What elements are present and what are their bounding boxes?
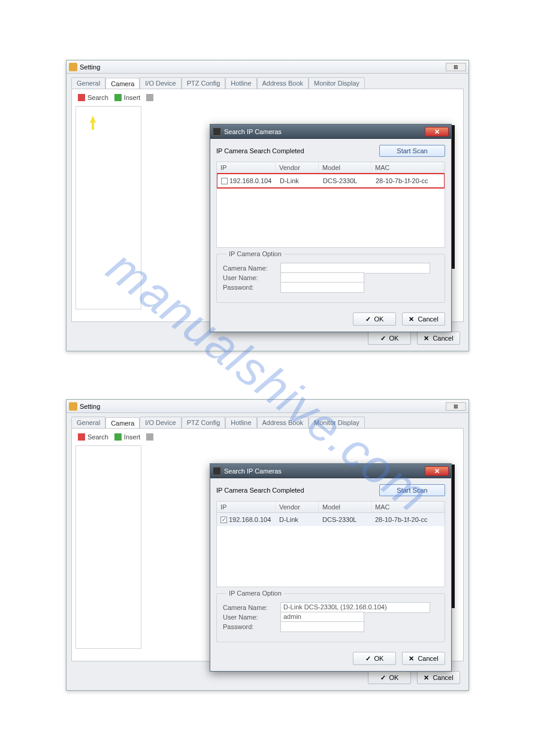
tab-io-device[interactable]: I/O Device bbox=[140, 417, 181, 428]
tab-monitor-display[interactable]: Monitor Display bbox=[309, 417, 365, 428]
col-vendor[interactable]: Vendor bbox=[276, 502, 319, 512]
tab-camera[interactable]: Camera bbox=[105, 417, 140, 429]
dialog-cancel-button[interactable]: ✕Cancel bbox=[402, 652, 445, 665]
insert-button[interactable]: Insert bbox=[114, 94, 141, 101]
row-checkbox[interactable] bbox=[221, 178, 228, 184]
camera-list[interactable] bbox=[75, 106, 141, 309]
dialog-ok-button[interactable]: ✓OK bbox=[353, 652, 396, 665]
tab-io-device[interactable]: I/O Device bbox=[140, 77, 181, 89]
start-scan-button[interactable]: Start Scan bbox=[379, 145, 445, 157]
main-title: Setting bbox=[80, 63, 100, 71]
camera-list[interactable] bbox=[75, 445, 141, 649]
ip-camera-option-group: IP Camera Option Camera Name: User Name:… bbox=[216, 254, 445, 303]
start-scan-button[interactable]: Start Scan bbox=[379, 484, 445, 496]
group-label: IP Camera Option bbox=[226, 250, 284, 257]
main-title: Setting bbox=[80, 403, 100, 410]
main-titlebar[interactable]: Setting ⊠ bbox=[67, 60, 468, 74]
dialog-titlebar[interactable]: Search IP Cameras ✕ bbox=[210, 125, 451, 139]
label-camera-name: Camera Name: bbox=[223, 265, 280, 272]
main-cancel-button[interactable]: ✕Cancel bbox=[417, 332, 460, 345]
col-vendor[interactable]: Vendor bbox=[276, 162, 319, 173]
tab-monitor-display[interactable]: Monitor Display bbox=[309, 77, 365, 89]
insert-icon bbox=[114, 94, 122, 101]
dialog-status: IP Camera Search Completed bbox=[216, 147, 304, 154]
tab-hotline[interactable]: Hotline bbox=[225, 417, 256, 428]
search-ip-cameras-dialog: Search IP Cameras ✕ IP Camera Search Com… bbox=[210, 124, 452, 332]
dialog-ok-button[interactable]: ✓OK bbox=[353, 312, 396, 326]
results-table[interactable]: IP Vendor Model MAC 192.168.0.104 D-Link… bbox=[216, 162, 445, 248]
col-model[interactable]: Model bbox=[319, 162, 371, 173]
dialog-titlebar[interactable]: Search IP Cameras ✕ bbox=[210, 464, 451, 478]
tabstrip: General Camera I/O Device PTZ Config Hot… bbox=[67, 74, 468, 89]
main-cancel-label: Cancel bbox=[433, 335, 453, 342]
input-password[interactable] bbox=[280, 282, 364, 293]
tab-general[interactable]: General bbox=[71, 417, 105, 428]
check-icon: ✓ bbox=[365, 655, 371, 663]
ok-label: OK bbox=[374, 655, 384, 662]
main-titlebar[interactable]: Setting ⊠ bbox=[67, 400, 468, 413]
cell-model: DCS-2330L bbox=[319, 515, 371, 524]
main-cancel-label: Cancel bbox=[433, 674, 453, 681]
col-mac[interactable]: MAC bbox=[371, 162, 443, 173]
tab-hotline[interactable]: Hotline bbox=[225, 77, 256, 89]
row-checkbox-checked[interactable]: ✓ bbox=[220, 517, 227, 523]
table-header: IP Vendor Model MAC bbox=[217, 502, 445, 513]
cell-mac: 28-10-7b-1f-20-cc bbox=[372, 176, 444, 186]
search-icon bbox=[78, 433, 85, 441]
search-label: Search bbox=[87, 94, 108, 101]
group-label: IP Camera Option bbox=[226, 590, 284, 597]
main-ok-button[interactable]: ✓OK bbox=[368, 332, 411, 345]
toolbar: Search Insert bbox=[75, 93, 460, 105]
dialog-close-button[interactable]: ✕ bbox=[425, 466, 449, 476]
search-button[interactable]: Search bbox=[78, 94, 108, 101]
check-icon: ✓ bbox=[365, 315, 371, 323]
tab-general[interactable]: General bbox=[71, 77, 105, 89]
tab-camera[interactable]: Camera bbox=[105, 78, 140, 89]
ip-camera-option-group: IP Camera Option Camera Name:D-Link DCS-… bbox=[216, 593, 445, 642]
insert-icon bbox=[114, 433, 122, 441]
cell-model: DCS-2330L bbox=[319, 176, 372, 186]
search-label: Search bbox=[87, 433, 108, 441]
search-ip-cameras-dialog: Search IP Cameras ✕ IP Camera Search Com… bbox=[210, 463, 452, 672]
results-table[interactable]: IP Vendor Model MAC ✓192.168.0.104 D-Lin… bbox=[216, 501, 445, 587]
col-mac[interactable]: MAC bbox=[371, 502, 443, 512]
dialog-icon bbox=[213, 467, 221, 475]
col-ip[interactable]: IP bbox=[217, 162, 276, 173]
cross-icon: ✕ bbox=[409, 315, 414, 323]
extra-button bbox=[146, 94, 153, 101]
tab-ptz-config[interactable]: PTZ Config bbox=[182, 77, 226, 89]
main-ok-button[interactable]: ✓OK bbox=[368, 671, 411, 684]
tab-ptz-config[interactable]: PTZ Config bbox=[182, 417, 226, 428]
col-model[interactable]: Model bbox=[319, 502, 371, 512]
label-user-name: User Name: bbox=[223, 614, 280, 621]
label-user-name: User Name: bbox=[223, 274, 280, 281]
close-button-disabled: ⊠ bbox=[446, 402, 466, 411]
dialog-title: Search IP Cameras bbox=[224, 128, 282, 135]
table-row-highlighted[interactable]: 192.168.0.104 D-Link DCS-2330L 28-10-7b-… bbox=[216, 173, 445, 189]
toolbar: Search Insert bbox=[75, 432, 460, 444]
main-cancel-button[interactable]: ✕Cancel bbox=[417, 671, 460, 684]
cell-mac: 28-10-7b-1f-20-cc bbox=[371, 515, 443, 524]
col-ip[interactable]: IP bbox=[217, 502, 276, 512]
tabstrip: General Camera I/O Device PTZ Config Hot… bbox=[67, 413, 468, 428]
insert-button[interactable]: Insert bbox=[114, 433, 141, 441]
label-camera-name: Camera Name: bbox=[223, 604, 280, 611]
search-button[interactable]: Search bbox=[78, 433, 108, 441]
main-ok-label: OK bbox=[389, 335, 399, 342]
annotation-arrow-up bbox=[90, 116, 96, 123]
input-password[interactable] bbox=[280, 621, 364, 632]
grey-icon bbox=[146, 433, 153, 441]
cell-vendor: D-Link bbox=[276, 515, 319, 524]
tab-address-book[interactable]: Address Book bbox=[257, 417, 309, 428]
cancel-label: Cancel bbox=[418, 315, 438, 323]
tab-body: Search Insert 2014/05/26▾ M11:39:00▾ App… bbox=[71, 89, 464, 322]
main-window: Setting ⊠ General Camera I/O Device PTZ … bbox=[66, 60, 469, 351]
dialog-cancel-button[interactable]: ✕Cancel bbox=[402, 312, 445, 326]
app-icon bbox=[69, 63, 77, 71]
search-icon bbox=[78, 94, 85, 101]
dialog-close-button[interactable]: ✕ bbox=[425, 127, 449, 136]
cancel-label: Cancel bbox=[418, 655, 438, 662]
tab-address-book[interactable]: Address Book bbox=[257, 77, 309, 89]
insert-label: Insert bbox=[124, 94, 141, 101]
table-row-selected[interactable]: ✓192.168.0.104 D-Link DCS-2330L 28-10-7b… bbox=[217, 513, 445, 526]
